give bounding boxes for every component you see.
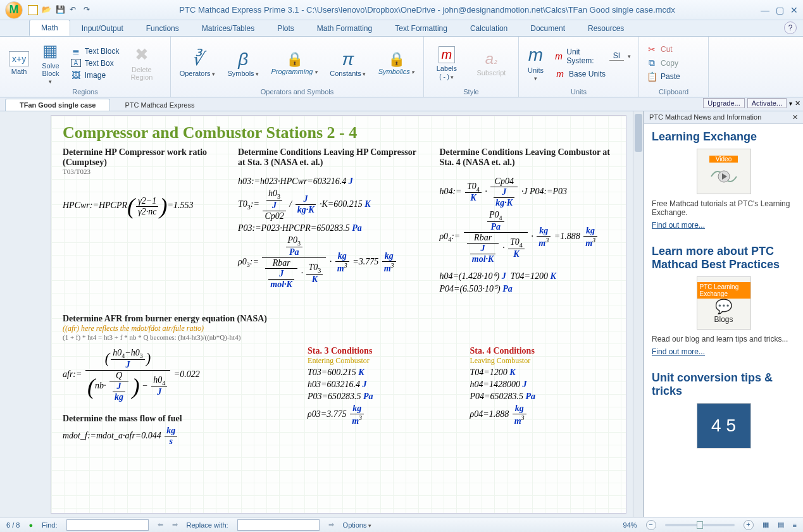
eq-h03[interactable]: h03:=h023·HPCwr=603216.4 J: [238, 176, 421, 187]
copy-button[interactable]: ⧉Copy: [645, 57, 682, 69]
document-tabs: TFan Good single case PTC Mathcad Expres…: [0, 97, 803, 111]
minimize-icon[interactable]: —: [761, 5, 769, 15]
eq-t03[interactable]: T03:= h03JCp02 / Jkg·K ·K=600.215 K: [238, 189, 421, 221]
redo-icon[interactable]: ↷: [84, 5, 94, 15]
upgrade-button[interactable]: Upgrade...: [703, 98, 744, 108]
cut-button[interactable]: ✂Cut: [645, 44, 682, 55]
tab-calc[interactable]: Calculation: [459, 21, 519, 36]
tab-math[interactable]: Math: [29, 20, 70, 36]
sta3-rho[interactable]: ρ03=3.775 kgm3: [308, 404, 452, 426]
text-box-button[interactable]: AText Box: [70, 58, 121, 68]
eq-h04-result[interactable]: h04=(1.428·10⁶) J T04=1200 K: [439, 271, 614, 281]
replace-input[interactable]: [237, 519, 320, 531]
close-icon[interactable]: ✕: [790, 5, 798, 15]
find-next-icon[interactable]: ➡: [172, 521, 178, 529]
zoom-label: 94%: [623, 521, 637, 529]
unit-system-dropdown[interactable]: mUnit System: SI: [554, 47, 632, 66]
status-bar: 6 / 8 ● Find: ⬅ ➡ Replace with: ➡ Option…: [0, 517, 803, 532]
eq-p04-result[interactable]: P04=(6.503·10⁵) Pa: [439, 283, 614, 294]
tab-textfmt[interactable]: Text Formatting: [383, 21, 459, 36]
view-draft-icon[interactable]: ≡: [793, 521, 797, 529]
tab-mathfmt[interactable]: Math Formatting: [306, 21, 383, 36]
view-grid-icon[interactable]: ▦: [763, 521, 769, 529]
image-button[interactable]: 🖼Image: [70, 70, 121, 81]
sta3-h[interactable]: h03=603216.4 J: [308, 380, 452, 390]
labels-button[interactable]: m Labels ( - ): [434, 45, 459, 82]
blog-thumb[interactable]: PTC Learning Exchange 💬 Blogs: [697, 276, 751, 330]
new-icon[interactable]: ​: [28, 5, 38, 15]
vertical-scrollbar[interactable]: [633, 111, 643, 517]
close-panel-icon[interactable]: ✕: [795, 99, 800, 108]
solve-block-button[interactable]: ▦ Solve Block: [39, 40, 62, 86]
paste-icon: 📋: [647, 71, 657, 82]
find-input[interactable]: [66, 519, 149, 531]
scrollbar-thumb[interactable]: [635, 114, 642, 152]
tab-document[interactable]: Document: [519, 21, 576, 36]
zoom-in-button[interactable]: +: [744, 520, 754, 530]
symbols-dropdown[interactable]: Symbols: [227, 70, 259, 77]
programming-dropdown[interactable]: Programming: [271, 68, 318, 75]
eq-hpcwr[interactable]: HPCwr:=HPCPR(γ2−1γ2·nc)=1.553: [63, 193, 220, 220]
activate-button[interactable]: Activate...: [747, 98, 787, 108]
tab-resources[interactable]: Resources: [576, 21, 635, 36]
text-block-button[interactable]: ≣Text Block: [70, 46, 121, 57]
tab-plots[interactable]: Plots: [266, 21, 306, 36]
page-title: Compressor and Combustor Stations 2 - 4: [63, 123, 614, 142]
afr-note1: ((afr) here reflects the mdot/fdot air/f…: [63, 324, 614, 333]
tab-functions[interactable]: Functions: [135, 21, 190, 36]
sta4-h[interactable]: h04=1428000 J: [470, 380, 614, 390]
view-page-icon[interactable]: ▤: [778, 521, 784, 529]
help-button[interactable]: ?: [784, 22, 797, 34]
base-units-button[interactable]: mBase Units: [554, 68, 632, 80]
open-icon[interactable]: 📂: [42, 5, 52, 15]
eq-p03[interactable]: P03:=P023·HPCPR=650283.5 Pa: [238, 223, 421, 233]
maximize-icon[interactable]: ▢: [776, 5, 784, 15]
dropdown-icon[interactable]: ▾: [789, 100, 792, 107]
sta3-p[interactable]: P03=650283.5 Pa: [308, 392, 452, 402]
news-close-icon[interactable]: ✕: [792, 113, 798, 121]
eq-rho3[interactable]: ρ03:= P03PaRbarJmol·K · T03K · kgm3 =3.7…: [238, 235, 421, 290]
undo-icon[interactable]: ↶: [70, 5, 80, 15]
replace-go-icon[interactable]: ➡: [328, 521, 334, 529]
news-link2[interactable]: Find out more...: [652, 347, 705, 356]
tab-matrices[interactable]: Matrices/Tables: [190, 21, 266, 36]
play-icon: [708, 165, 740, 188]
options-dropdown[interactable]: Options: [343, 521, 371, 529]
math-region-button[interactable]: x+y Math: [6, 50, 32, 77]
news-link1[interactable]: Find out more...: [652, 221, 705, 230]
worksheet-page[interactable]: Compressor and Combustor Stations 2 - 4 …: [51, 115, 626, 514]
document-area[interactable]: Compressor and Combustor Stations 2 - 4 …: [0, 111, 644, 517]
subscript-button: a₂ Subscript: [474, 49, 508, 78]
page-indicator: 6 / 8: [6, 521, 20, 529]
sta4-p[interactable]: P04=650283.5 Pa: [470, 392, 614, 402]
eq-mdot[interactable]: mdot_f:=mdot_a·afr=0.044 kgs: [63, 426, 290, 447]
tab-io[interactable]: Input/Output: [70, 21, 135, 36]
units-button[interactable]: m Units: [525, 44, 546, 83]
col1-heading: Determine HP Compressor work ratio (Cump…: [63, 147, 220, 168]
replace-label: Replace with:: [187, 521, 228, 529]
cut-icon: ✂: [647, 44, 657, 54]
col1-note: T03/T023: [63, 168, 220, 175]
operators-dropdown[interactable]: Operators: [180, 70, 215, 77]
find-prev-icon[interactable]: ⬅: [158, 521, 163, 529]
doctab-active[interactable]: TFan Good single case: [5, 99, 110, 111]
video-thumb[interactable]: Video: [697, 149, 751, 194]
zoom-knob[interactable]: [697, 521, 703, 529]
afr-note2: (1 + f) * ht4 = ht3 + f * nb * Q becomes…: [63, 333, 614, 341]
unit-thumb[interactable]: 4 5: [697, 403, 751, 448]
symbolics-icon: 🔒: [378, 51, 415, 68]
sta4-rho[interactable]: ρ04=1.888 kgm3: [470, 404, 614, 426]
constants-dropdown[interactable]: Constants: [330, 70, 366, 77]
doctab-express[interactable]: PTC Mathcad Express: [110, 99, 209, 111]
eq-afr[interactable]: afr:= (h04−h03J) (nb· QJkg ) − h04J =0.0…: [63, 348, 290, 402]
eq-rho4[interactable]: ρ04:= P04PaRbarJmol·K · T04K · kgm3 =1.8…: [439, 210, 614, 264]
save-icon[interactable]: 💾: [56, 5, 66, 15]
sta4-t[interactable]: T04=1200 K: [470, 368, 614, 378]
symbolics-dropdown[interactable]: Symbolics: [378, 68, 415, 75]
paste-button[interactable]: 📋Paste: [645, 71, 682, 82]
app-logo[interactable]: M: [5, 1, 23, 19]
zoom-out-button[interactable]: −: [646, 520, 656, 530]
sta3-t[interactable]: T03=600.215 K: [308, 368, 452, 378]
zoom-slider[interactable]: [665, 524, 735, 526]
eq-h04[interactable]: h04:= T04K · Cp04Jkg·K ·J P04:=P03: [439, 176, 614, 208]
